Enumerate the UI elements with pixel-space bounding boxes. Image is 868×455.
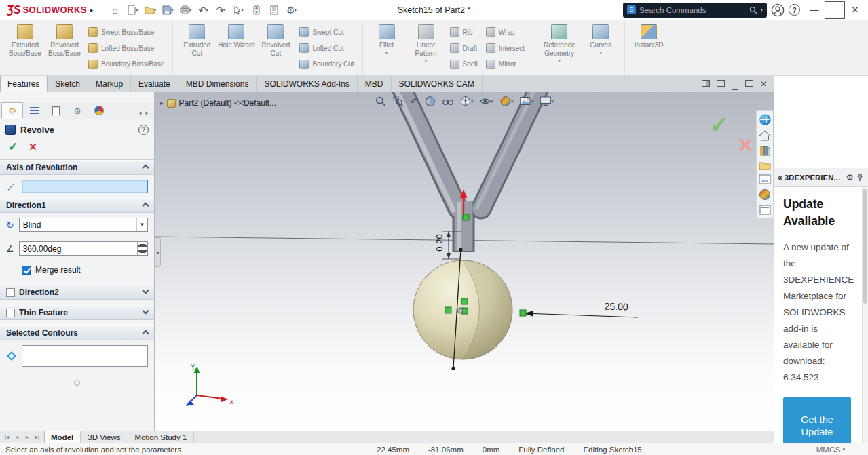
- apply-scene-button[interactable]: ▾: [520, 96, 534, 107]
- search-dropdown-icon[interactable]: ▾: [760, 7, 763, 13]
- instant3d-button[interactable]: Instant3D: [629, 22, 668, 74]
- rebuild-button[interactable]: [248, 2, 265, 18]
- expand-chevron-icon[interactable]: [143, 308, 148, 317]
- fillet-button[interactable]: Fillet ▾: [367, 22, 407, 74]
- extruded-cut-button[interactable]: Extruded Cut: [177, 22, 216, 74]
- linear-pattern-button[interactable]: Linear Pattern ▾: [407, 22, 446, 74]
- tab-scroll-right-icon[interactable]: ▸: [145, 109, 149, 116]
- redo-button[interactable]: ↷▾: [213, 2, 229, 18]
- doc-minimize-button[interactable]: [732, 79, 738, 89]
- doc-restore-button[interactable]: [745, 79, 753, 89]
- end-condition-select[interactable]: Blind ▼: [19, 218, 148, 232]
- tab-configuration-manager[interactable]: [45, 102, 67, 119]
- tree-flyout-arrow-icon[interactable]: ▸: [160, 100, 164, 106]
- ok-button[interactable]: ✓: [8, 140, 18, 154]
- file-properties-button[interactable]: [266, 2, 282, 18]
- next-tab-button[interactable]: ▸: [22, 434, 32, 440]
- mirror-button[interactable]: Mirror: [483, 56, 527, 72]
- logo-flyout-arrow-icon[interactable]: ▸: [90, 7, 94, 14]
- undo-button[interactable]: ↶▾: [195, 2, 212, 18]
- spin-down-button[interactable]: [138, 249, 147, 256]
- new-document-button[interactable]: ▾: [125, 2, 141, 18]
- prev-tab-button[interactable]: ◂: [12, 434, 22, 440]
- tab-dimxpert-manager[interactable]: ⊕: [67, 102, 88, 119]
- thin-feature-checkbox[interactable]: [6, 309, 15, 317]
- merge-result-checkbox[interactable]: [22, 266, 31, 275]
- close-button[interactable]: ✕: [845, 1, 865, 19]
- contours-selection-list[interactable]: [22, 345, 148, 367]
- minimize-button[interactable]: —: [804, 1, 825, 19]
- spin-up-button[interactable]: [138, 242, 147, 249]
- doc-close-button[interactable]: ✕: [760, 79, 767, 89]
- tab-solidworks-add-ins[interactable]: SOLIDWORKS Add-Ins: [257, 76, 357, 92]
- tab-scroll-left-icon[interactable]: ◂: [138, 109, 142, 116]
- tab-display-manager[interactable]: [88, 102, 110, 119]
- chevron-down-icon[interactable]: ▾: [385, 50, 388, 56]
- view-settings-button[interactable]: ▾: [540, 96, 554, 106]
- breadcrumb[interactable]: ▸ Part2 (Default) <<Default...: [160, 98, 276, 108]
- tab-features[interactable]: Features: [0, 76, 48, 92]
- tab-3d-views[interactable]: 3D Views: [81, 431, 128, 443]
- panel-splitter-handle[interactable]: ◂: [155, 237, 161, 267]
- chevron-down-icon[interactable]: ▾: [599, 50, 602, 56]
- intersect-button[interactable]: Intersect: [483, 41, 527, 56]
- search-commands-box[interactable]: S ▾: [623, 3, 767, 18]
- task-pane-scrollbar[interactable]: [862, 187, 868, 455]
- section-view-button[interactable]: [424, 96, 436, 107]
- direction2-checkbox[interactable]: [6, 288, 15, 297]
- save-button[interactable]: ▾: [160, 2, 176, 18]
- dynamic-annotation-button[interactable]: [442, 96, 453, 107]
- tab-mbd-dimensions[interactable]: MBD Dimensions: [178, 76, 257, 92]
- thin-feature-section-header[interactable]: Thin Feature: [0, 305, 154, 320]
- rib-button[interactable]: Rib: [447, 24, 480, 40]
- direction2-section-header[interactable]: Direction2: [0, 285, 154, 300]
- home-button[interactable]: ⌂: [107, 2, 124, 18]
- last-tab-button[interactable]: ▸|: [33, 434, 42, 440]
- dimension-25-00[interactable]: 25.00: [524, 300, 638, 317]
- direction1-section-header[interactable]: Direction1: [0, 198, 154, 213]
- hide-show-items-button[interactable]: ▾: [480, 96, 494, 107]
- graphics-viewport[interactable]: 0.20 25.00: [155, 92, 774, 431]
- appearances-tab-icon[interactable]: [759, 189, 771, 201]
- open-button[interactable]: ▾: [143, 2, 159, 18]
- panel-resize-handle[interactable]: [74, 380, 80, 386]
- collapse-chevron-icon[interactable]: [143, 328, 148, 338]
- tab-feature-manager-tree[interactable]: [23, 102, 45, 119]
- cancel-button[interactable]: ✕: [29, 141, 37, 153]
- revolved-cut-button[interactable]: Revolved Cut: [256, 22, 295, 74]
- display-style-button[interactable]: ▾: [459, 96, 474, 107]
- home-tab-icon[interactable]: [759, 130, 771, 141]
- chevron-down-icon[interactable]: ▾: [558, 58, 561, 64]
- collapse-chevron-icon[interactable]: [143, 163, 148, 172]
- lofted-cut-button[interactable]: Lofted Cut: [297, 41, 356, 56]
- custom-properties-tab-icon[interactable]: [759, 205, 771, 215]
- revolved-boss-base-button[interactable]: Revolved Boss/Base: [45, 22, 84, 74]
- shell-button[interactable]: Shell: [447, 56, 480, 72]
- design-library-tab-icon[interactable]: [759, 145, 771, 157]
- pm-help-button[interactable]: ?: [138, 125, 149, 135]
- boundary-boss-base-button[interactable]: Boundary Boss/Base: [86, 56, 167, 72]
- reference-geometry-button[interactable]: Reference Geometry ▾: [537, 22, 581, 74]
- lofted-boss-base-button[interactable]: Lofted Boss/Base: [86, 41, 167, 56]
- chevron-down-icon[interactable]: ▼: [136, 218, 147, 231]
- tab-solidworks-cam[interactable]: SOLIDWORKS CAM: [392, 76, 483, 92]
- confirmation-cancel-button[interactable]: ✕: [738, 134, 753, 157]
- collapse-pane-icon[interactable]: «: [778, 173, 782, 182]
- tab-model[interactable]: Model: [44, 431, 81, 443]
- wrap-button[interactable]: Wrap: [483, 24, 527, 40]
- curves-button[interactable]: Curves ▾: [581, 22, 620, 74]
- scrollbar-thumb[interactable]: [863, 189, 867, 304]
- expand-chevron-icon[interactable]: [143, 288, 148, 297]
- angle-spinner[interactable]: 360.00deg: [19, 241, 148, 256]
- select-button[interactable]: ▾: [231, 2, 247, 18]
- view-palette-tab-icon[interactable]: [759, 174, 771, 184]
- print-button[interactable]: ▾: [178, 2, 194, 18]
- restore-button[interactable]: [825, 1, 845, 19]
- file-explorer-tab-icon[interactable]: [759, 161, 771, 170]
- hole-wizard-button[interactable]: Hole Wizard: [216, 22, 256, 74]
- 3dexperience-tab-icon[interactable]: [759, 113, 772, 126]
- extruded-boss-base-button[interactable]: Extruded Boss/Base: [5, 22, 45, 74]
- units-selector[interactable]: MMGS ▾: [816, 446, 845, 454]
- revolve-direction-icon[interactable]: ↻: [6, 220, 14, 231]
- tab-markup[interactable]: Markup: [88, 76, 131, 92]
